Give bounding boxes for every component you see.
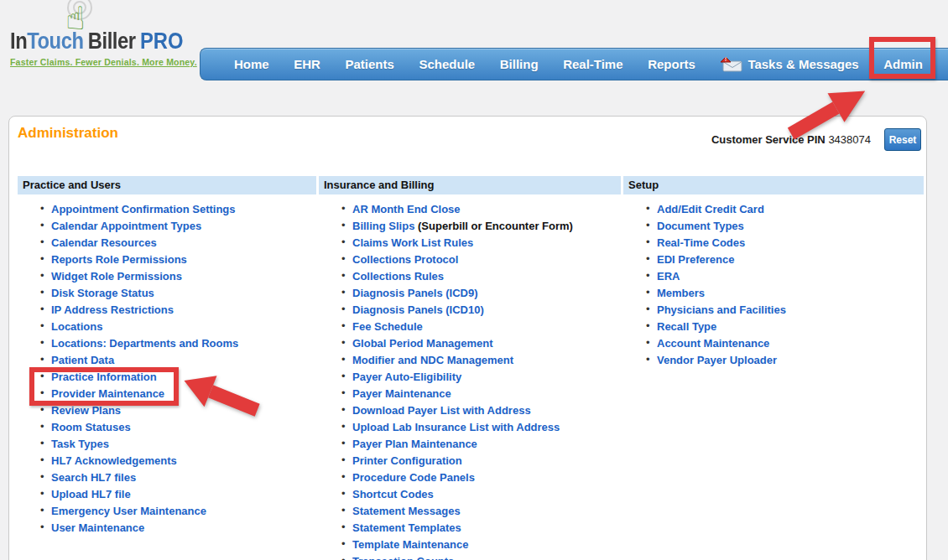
link-list: AR Month End CloseBilling Slips (Superbi… bbox=[319, 200, 621, 560]
list-item: Transaction Counts bbox=[352, 552, 621, 560]
admin-link-diagnosis-panels-icd9[interactable]: Diagnosis Panels (ICD9) bbox=[352, 287, 478, 299]
svg-text:!: ! bbox=[725, 56, 727, 62]
admin-link-search-hl7-files[interactable]: Search HL7 files bbox=[51, 471, 136, 484]
admin-link-calendar-appointment-types[interactable]: Calendar Appointment Types bbox=[51, 220, 201, 232]
admin-link-recall-type[interactable]: Recall Type bbox=[657, 320, 716, 333]
admin-link-payer-maintenance[interactable]: Payer Maintenance bbox=[352, 387, 451, 400]
list-item: Diagnosis Panels (ICD10) bbox=[352, 301, 621, 318]
list-item: Account Maintenance bbox=[657, 334, 924, 351]
list-item: Locations bbox=[51, 318, 316, 334]
list-item: Payer Maintenance bbox=[352, 385, 621, 402]
admin-link-ar-month-end-close[interactable]: AR Month End Close bbox=[352, 203, 461, 215]
admin-link-members[interactable]: Members bbox=[657, 287, 705, 299]
admin-link-template-maintenance[interactable]: Template Maintenance bbox=[352, 538, 468, 551]
admin-columns: Practice and UsersAppointment Confirmati… bbox=[18, 176, 924, 560]
admin-link-upload-hl7-file[interactable]: Upload HL7 file bbox=[51, 488, 131, 500]
admin-link-shortcut-codes[interactable]: Shortcut Codes bbox=[352, 488, 434, 500]
customer-service-pin-row: Customer Service PIN 3438074 Reset bbox=[711, 128, 921, 151]
admin-link-collections-rules[interactable]: Collections Rules bbox=[352, 270, 444, 283]
admin-link-patient-data[interactable]: Patient Data bbox=[51, 354, 114, 366]
admin-link-calendar-resources[interactable]: Calendar Resources bbox=[51, 236, 157, 249]
list-item: Recall Type bbox=[657, 318, 924, 334]
admin-link-fee-schedule[interactable]: Fee Schedule bbox=[352, 320, 423, 333]
admin-link-payer-auto-eligibility[interactable]: Payer Auto-Eligibility bbox=[352, 371, 461, 383]
nav-item-billing[interactable]: Billing bbox=[500, 57, 539, 71]
admin-link-modifier-and-ndc-management[interactable]: Modifier and NDC Management bbox=[352, 354, 513, 366]
admin-link-provider-maintenance[interactable]: Provider Maintenance bbox=[51, 387, 164, 400]
admin-link-hl7-acknowledgements[interactable]: HL7 Acknowledgements bbox=[51, 454, 177, 467]
nav-item-reports[interactable]: Reports bbox=[648, 57, 695, 71]
admin-link-ip-address-restrictions[interactable]: IP Address Restrictions bbox=[51, 303, 174, 316]
list-item: Procedure Code Panels bbox=[352, 469, 621, 485]
admin-link-locations-departments-and-rooms[interactable]: Locations: Departments and Rooms bbox=[51, 337, 238, 350]
admin-link-appointment-confirmation-settings[interactable]: Appointment Confirmation Settings bbox=[51, 203, 236, 215]
nav-item-schedule[interactable]: Schedule bbox=[419, 57, 475, 71]
list-item: Add/Edit Credit Card bbox=[657, 200, 924, 217]
admin-link-claims-work-list-rules[interactable]: Claims Work List Rules bbox=[352, 236, 473, 249]
nav-item-label: Patients bbox=[346, 57, 394, 71]
admin-link-transaction-counts[interactable]: Transaction Counts bbox=[352, 555, 454, 560]
logo-word-touch: Touch bbox=[27, 29, 83, 54]
admin-link-procedure-code-panels[interactable]: Procedure Code Panels bbox=[352, 471, 475, 484]
list-item: Reports Role Permissions bbox=[51, 251, 316, 267]
admin-column-practice-and-users: Practice and UsersAppointment Confirmati… bbox=[18, 176, 316, 560]
admin-link-add-edit-credit-card[interactable]: Add/Edit Credit Card bbox=[657, 203, 764, 215]
nav-item-label: Admin bbox=[883, 57, 923, 71]
nav-item-patients[interactable]: Patients bbox=[346, 57, 394, 71]
admin-link-physicians-and-facilities[interactable]: Physicians and Facilities bbox=[657, 303, 786, 316]
reset-button[interactable]: Reset bbox=[884, 128, 921, 151]
nav-item-ehr[interactable]: EHR bbox=[294, 57, 320, 71]
admin-link-billing-slips[interactable]: Billing Slips bbox=[352, 220, 414, 232]
admin-link-edi-preference[interactable]: EDI Preference bbox=[657, 253, 735, 266]
nav-item-admin[interactable]: Admin bbox=[883, 57, 923, 71]
customer-service-pin-value: 3438074 bbox=[828, 133, 871, 146]
nav-item-tasks-messages[interactable]: !Tasks & Messages bbox=[720, 56, 858, 72]
admin-link-upload-lab-insurance-list-with-address[interactable]: Upload Lab Insurance List with Address bbox=[352, 421, 560, 433]
alert-envelope-icon: ! bbox=[720, 56, 742, 72]
nav-item-real-time[interactable]: Real-Time bbox=[563, 57, 622, 71]
admin-link-diagnosis-panels-icd10[interactable]: Diagnosis Panels (ICD10) bbox=[352, 303, 484, 316]
admin-link-practice-information[interactable]: Practice Information bbox=[51, 371, 157, 383]
nav-item-home[interactable]: Home bbox=[234, 57, 269, 71]
list-item: ERA bbox=[657, 267, 924, 284]
admin-link-download-payer-list-with-address[interactable]: Download Payer List with Address bbox=[352, 404, 531, 417]
main-nav: HomeEHRPatientsScheduleBillingReal-TimeR… bbox=[200, 48, 948, 80]
list-item: Calendar Appointment Types bbox=[51, 217, 316, 234]
list-item: Patient Data bbox=[51, 351, 316, 368]
admin-link-reports-role-permissions[interactable]: Reports Role Permissions bbox=[51, 253, 187, 266]
list-item: Locations: Departments and Rooms bbox=[51, 334, 316, 351]
admin-link-printer-configuration[interactable]: Printer Configuration bbox=[352, 454, 462, 467]
list-item: Payer Auto-Eligibility bbox=[352, 368, 621, 385]
nav-item-label: Home bbox=[234, 57, 269, 71]
admin-link-task-types[interactable]: Task Types bbox=[51, 438, 109, 450]
admin-link-room-statuses[interactable]: Room Statuses bbox=[51, 421, 131, 433]
admin-link-era[interactable]: ERA bbox=[657, 270, 680, 283]
list-item: Real-Time Codes bbox=[657, 234, 924, 251]
admin-link-emergency-user-maintenance[interactable]: Emergency User Maintenance bbox=[51, 505, 206, 517]
list-item: EDI Preference bbox=[657, 251, 924, 267]
list-item: Members bbox=[657, 284, 924, 301]
admin-link-real-time-codes[interactable]: Real-Time Codes bbox=[657, 236, 745, 249]
list-item: AR Month End Close bbox=[352, 200, 621, 217]
admin-link-collections-protocol[interactable]: Collections Protocol bbox=[352, 253, 458, 266]
list-item: HL7 Acknowledgements bbox=[51, 452, 316, 469]
logo-word-in: In bbox=[10, 29, 27, 54]
admin-link-global-period-management[interactable]: Global Period Management bbox=[352, 337, 493, 350]
admin-link-vendor-payer-uploader[interactable]: Vendor Payer Uploader bbox=[657, 354, 777, 366]
list-item: Global Period Management bbox=[352, 334, 621, 351]
admin-link-review-plans[interactable]: Review Plans bbox=[51, 404, 121, 417]
list-item: Shortcut Codes bbox=[352, 485, 621, 502]
admin-link-statement-messages[interactable]: Statement Messages bbox=[352, 505, 461, 517]
nav-item-label: Reports bbox=[648, 57, 695, 71]
admin-link-payer-plan-maintenance[interactable]: Payer Plan Maintenance bbox=[352, 438, 477, 450]
admin-link-locations[interactable]: Locations bbox=[51, 320, 102, 333]
admin-link-user-maintenance[interactable]: User Maintenance bbox=[51, 521, 144, 534]
admin-link-account-maintenance[interactable]: Account Maintenance bbox=[657, 337, 769, 350]
list-item: Modifier and NDC Management bbox=[352, 351, 621, 368]
admin-link-widget-role-permissions[interactable]: Widget Role Permissions bbox=[51, 270, 182, 283]
admin-link-document-types[interactable]: Document Types bbox=[657, 220, 744, 232]
admin-link-statement-templates[interactable]: Statement Templates bbox=[352, 521, 461, 534]
page-title: Administration bbox=[18, 125, 118, 142]
admin-link-disk-storage-status[interactable]: Disk Storage Status bbox=[51, 287, 154, 299]
logo-word-pro: PRO bbox=[140, 29, 183, 54]
